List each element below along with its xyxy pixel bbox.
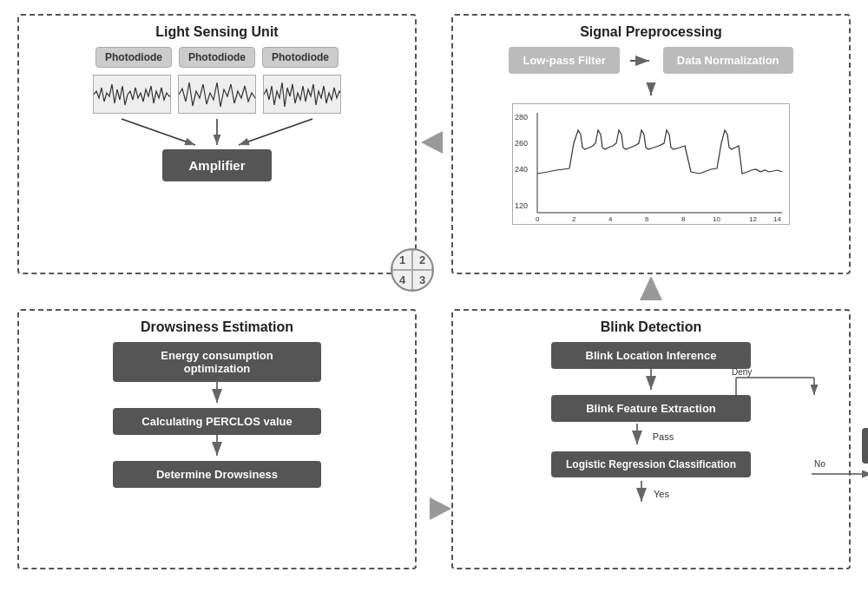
arrow-q4-yes-down bbox=[633, 481, 650, 507]
svg-text:240: 240 bbox=[515, 165, 528, 174]
svg-text:14: 14 bbox=[773, 215, 781, 223]
waveform-2 bbox=[178, 75, 256, 114]
center-grid: 1 2 4 3 bbox=[391, 248, 434, 292]
pass-label: Pass bbox=[653, 431, 674, 442]
svg-line-6 bbox=[122, 119, 195, 145]
svg-text:0: 0 bbox=[536, 215, 540, 223]
no-arrow: No bbox=[810, 458, 868, 480]
svg-text:Deny: Deny bbox=[732, 367, 752, 377]
arrow-q4-q3 bbox=[430, 497, 451, 520]
svg-rect-11 bbox=[513, 104, 790, 225]
filter-row: Low-pass Filter Data Normalization bbox=[509, 47, 792, 74]
q4-title: Blink Detection bbox=[453, 319, 849, 335]
waveform-row bbox=[93, 75, 341, 114]
center-num-2: 2 bbox=[412, 250, 432, 270]
amplifier-box: Amplifier bbox=[162, 149, 271, 181]
svg-text:2: 2 bbox=[572, 215, 576, 223]
q1-title: Light Sensing Unit bbox=[19, 24, 415, 40]
photodiode-1: Photodiode bbox=[95, 47, 172, 68]
svg-text:Frames: Frames bbox=[643, 224, 667, 225]
photodiode-2: Photodiode bbox=[179, 47, 255, 68]
center-num-4: 4 bbox=[392, 270, 412, 290]
q3-panel: Drowsiness Estimation Energy consumption… bbox=[17, 309, 417, 569]
arrow-q3-1 bbox=[208, 382, 226, 408]
center-circle: 1 2 4 3 bbox=[391, 248, 434, 292]
q2-title: Signal Preprocessing bbox=[453, 24, 849, 40]
svg-rect-4 bbox=[179, 76, 256, 114]
photodiode-row: Photodiode Photodiode Photodiode bbox=[95, 47, 339, 68]
blink-feature-box: Blink Feature Extraction bbox=[551, 395, 751, 422]
arrow-q4-1 bbox=[642, 369, 660, 395]
arrows-to-amplifier bbox=[82, 119, 352, 149]
determine-drowsiness-box: Determine Drowsiness bbox=[113, 461, 321, 488]
logistic-row: Logistic Regression Classification No bbox=[470, 451, 832, 477]
svg-text:6: 6 bbox=[645, 215, 649, 223]
svg-text:260: 260 bbox=[515, 139, 528, 148]
arrow-q1-q2 bbox=[421, 131, 443, 154]
energy-optimization-box: Energy consumption optimization bbox=[113, 342, 321, 382]
svg-text:×10⁴: ×10⁴ bbox=[739, 224, 753, 225]
logistic-regression-box: Logistic Regression Classification bbox=[551, 451, 751, 477]
deny-arrow: Deny bbox=[727, 365, 832, 434]
lowpass-filter-box: Low-pass Filter bbox=[509, 47, 619, 74]
svg-line-8 bbox=[239, 119, 312, 145]
arrow-q3-2 bbox=[208, 435, 226, 461]
diagram-container: Light Sensing Unit Photodiode Photodiode… bbox=[17, 14, 851, 578]
filter-arrow bbox=[628, 52, 654, 69]
not-a-blink-box: Not a blink bbox=[862, 428, 868, 464]
svg-text:120: 120 bbox=[515, 201, 528, 210]
drowsiness-flow: Energy consumption optimization Calculat… bbox=[113, 342, 321, 488]
perclos-box: Calculating PERCLOS value bbox=[113, 408, 321, 435]
waveform-3 bbox=[263, 75, 341, 114]
q3-inner: Energy consumption optimization Calculat… bbox=[19, 342, 415, 488]
feature-row: Blink Feature Extraction Deny bbox=[470, 395, 832, 422]
center-num-1: 1 bbox=[392, 250, 412, 270]
arrow-q2-q4 bbox=[640, 276, 662, 300]
signal-chart: 280 260 240 120 0 2 4 6 8 10 12 14 bbox=[512, 103, 790, 225]
q4-panel: Blink Detection Blink Location Inference… bbox=[451, 309, 851, 569]
svg-text:4: 4 bbox=[608, 215, 613, 223]
q2-panel: Signal Preprocessing Low-pass Filter Dat… bbox=[451, 14, 851, 274]
data-normalization-box: Data Normalization bbox=[663, 47, 793, 74]
pass-label-row: Pass bbox=[628, 424, 674, 450]
q4-inner: Blink Location Inference Blink Feature E… bbox=[453, 342, 849, 507]
svg-text:8: 8 bbox=[681, 215, 686, 223]
q1-inner: Photodiode Photodiode Photodiode bbox=[19, 47, 415, 181]
svg-text:No: No bbox=[814, 459, 825, 469]
q3-title: Drowsiness Estimation bbox=[19, 319, 415, 335]
down-arrow-q2 bbox=[642, 82, 660, 100]
blink-location-box: Blink Location Inference bbox=[551, 342, 751, 369]
arrow-q4-pass bbox=[628, 424, 646, 450]
svg-text:10: 10 bbox=[713, 215, 720, 223]
photodiode-3: Photodiode bbox=[262, 47, 339, 68]
center-num-3: 3 bbox=[412, 270, 432, 290]
q2-inner: Low-pass Filter Data Normalization 280 2… bbox=[453, 47, 849, 225]
q1-panel: Light Sensing Unit Photodiode Photodiode… bbox=[17, 14, 417, 274]
yes-label: Yes bbox=[654, 489, 669, 499]
waveform-1 bbox=[93, 75, 171, 114]
svg-text:280: 280 bbox=[515, 113, 528, 122]
svg-text:12: 12 bbox=[749, 215, 757, 223]
yes-label-row: Yes bbox=[633, 481, 669, 507]
